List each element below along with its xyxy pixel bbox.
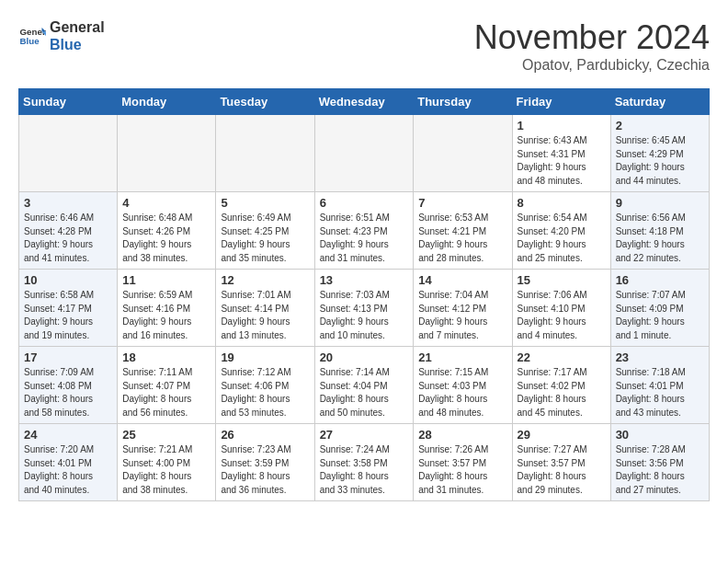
title-section: November 2024 Opatov, Pardubicky, Czechi… [474, 18, 710, 74]
day-number: 7 [418, 196, 506, 210]
calendar-cell: 4Sunrise: 6:48 AM Sunset: 4:26 PM Daylig… [118, 192, 216, 270]
calendar-cell: 15Sunrise: 7:06 AM Sunset: 4:10 PM Dayli… [512, 270, 610, 347]
logo-icon: General Blue [18, 22, 46, 50]
day-number: 24 [24, 428, 112, 442]
calendar-cell: 8Sunrise: 6:54 AM Sunset: 4:20 PM Daylig… [512, 192, 610, 270]
calendar-cell: 29Sunrise: 7:27 AM Sunset: 3:57 PM Dayli… [512, 424, 610, 501]
day-number: 23 [616, 350, 704, 364]
calendar-cell: 11Sunrise: 6:59 AM Sunset: 4:16 PM Dayli… [118, 270, 216, 347]
day-number: 16 [616, 273, 704, 287]
day-number: 13 [320, 273, 409, 287]
calendar-week-1: 3Sunrise: 6:46 AM Sunset: 4:28 PM Daylig… [19, 192, 710, 270]
day-number: 9 [616, 196, 704, 210]
calendar-cell: 25Sunrise: 7:21 AM Sunset: 4:00 PM Dayli… [118, 424, 216, 501]
day-info: Sunrise: 7:23 AM Sunset: 3:59 PM Dayligh… [221, 443, 309, 497]
day-number: 6 [320, 196, 409, 210]
calendar-cell: 28Sunrise: 7:26 AM Sunset: 3:57 PM Dayli… [414, 424, 512, 501]
calendar-cell: 16Sunrise: 7:07 AM Sunset: 4:09 PM Dayli… [610, 270, 709, 347]
calendar-cell: 12Sunrise: 7:01 AM Sunset: 4:14 PM Dayli… [216, 270, 314, 347]
day-info: Sunrise: 7:09 AM Sunset: 4:08 PM Dayligh… [24, 366, 112, 419]
calendar-week-3: 17Sunrise: 7:09 AM Sunset: 4:08 PM Dayli… [19, 347, 710, 424]
day-number: 2 [616, 119, 704, 132]
calendar-cell: 17Sunrise: 7:09 AM Sunset: 4:08 PM Dayli… [19, 347, 118, 424]
calendar-cell: 24Sunrise: 7:20 AM Sunset: 4:01 PM Dayli… [19, 424, 118, 501]
day-info: Sunrise: 7:07 AM Sunset: 4:09 PM Dayligh… [616, 289, 704, 342]
calendar-cell [414, 115, 512, 192]
day-number: 22 [518, 350, 606, 364]
day-number: 11 [122, 273, 210, 287]
header: General Blue General Blue November 2024 … [18, 18, 710, 74]
calendar-cell: 23Sunrise: 7:18 AM Sunset: 4:01 PM Dayli… [610, 347, 709, 424]
day-number: 8 [518, 196, 606, 210]
day-number: 19 [221, 350, 309, 364]
day-info: Sunrise: 6:45 AM Sunset: 4:29 PM Dayligh… [616, 134, 704, 188]
day-info: Sunrise: 7:12 AM Sunset: 4:06 PM Dayligh… [221, 366, 309, 419]
day-number: 3 [24, 196, 112, 210]
day-info: Sunrise: 7:03 AM Sunset: 4:13 PM Dayligh… [320, 289, 409, 342]
header-thursday: Thursday [414, 89, 512, 115]
calendar-cell [118, 115, 216, 192]
day-info: Sunrise: 6:43 AM Sunset: 4:31 PM Dayligh… [518, 134, 606, 188]
day-info: Sunrise: 7:15 AM Sunset: 4:03 PM Dayligh… [418, 366, 506, 419]
day-info: Sunrise: 6:58 AM Sunset: 4:17 PM Dayligh… [24, 289, 112, 342]
calendar-cell: 26Sunrise: 7:23 AM Sunset: 3:59 PM Dayli… [216, 424, 314, 501]
day-info: Sunrise: 7:24 AM Sunset: 3:58 PM Dayligh… [320, 443, 409, 497]
day-number: 1 [518, 119, 606, 132]
month-title: November 2024 [474, 18, 710, 57]
day-number: 17 [24, 350, 112, 364]
calendar-cell: 22Sunrise: 7:17 AM Sunset: 4:02 PM Dayli… [512, 347, 610, 424]
day-info: Sunrise: 7:18 AM Sunset: 4:01 PM Dayligh… [616, 366, 704, 419]
day-info: Sunrise: 6:54 AM Sunset: 4:20 PM Dayligh… [518, 212, 606, 265]
logo: General Blue General Blue [18, 18, 105, 53]
calendar-cell: 19Sunrise: 7:12 AM Sunset: 4:06 PM Dayli… [216, 347, 314, 424]
header-saturday: Saturday [610, 89, 709, 115]
day-number: 5 [221, 196, 309, 210]
day-info: Sunrise: 7:11 AM Sunset: 4:07 PM Dayligh… [122, 366, 210, 419]
calendar-header-row: SundayMondayTuesdayWednesdayThursdayFrid… [19, 89, 710, 115]
calendar-cell: 5Sunrise: 6:49 AM Sunset: 4:25 PM Daylig… [216, 192, 314, 270]
day-number: 30 [616, 428, 704, 442]
calendar-week-4: 24Sunrise: 7:20 AM Sunset: 4:01 PM Dayli… [19, 424, 710, 501]
calendar-cell: 1Sunrise: 6:43 AM Sunset: 4:31 PM Daylig… [512, 115, 610, 192]
calendar-cell [19, 115, 118, 192]
calendar: SundayMondayTuesdayWednesdayThursdayFrid… [18, 88, 710, 501]
day-info: Sunrise: 6:49 AM Sunset: 4:25 PM Dayligh… [221, 212, 309, 265]
calendar-cell: 27Sunrise: 7:24 AM Sunset: 3:58 PM Dayli… [314, 424, 414, 501]
day-info: Sunrise: 6:48 AM Sunset: 4:26 PM Dayligh… [122, 212, 210, 265]
day-info: Sunrise: 7:14 AM Sunset: 4:04 PM Dayligh… [320, 366, 409, 419]
day-number: 15 [518, 273, 606, 287]
day-info: Sunrise: 7:26 AM Sunset: 3:57 PM Dayligh… [418, 443, 506, 497]
day-number: 14 [418, 273, 506, 287]
day-number: 21 [418, 350, 506, 364]
header-friday: Friday [512, 89, 610, 115]
day-number: 20 [320, 350, 409, 364]
calendar-cell: 14Sunrise: 7:04 AM Sunset: 4:12 PM Dayli… [414, 270, 512, 347]
header-tuesday: Tuesday [216, 89, 314, 115]
day-info: Sunrise: 7:04 AM Sunset: 4:12 PM Dayligh… [418, 289, 506, 342]
day-number: 27 [320, 428, 409, 442]
day-info: Sunrise: 6:59 AM Sunset: 4:16 PM Dayligh… [122, 289, 210, 342]
day-info: Sunrise: 7:17 AM Sunset: 4:02 PM Dayligh… [518, 366, 606, 419]
header-monday: Monday [118, 89, 216, 115]
calendar-week-2: 10Sunrise: 6:58 AM Sunset: 4:17 PM Dayli… [19, 270, 710, 347]
location-subtitle: Opatov, Pardubicky, Czechia [474, 57, 710, 74]
day-info: Sunrise: 7:28 AM Sunset: 3:56 PM Dayligh… [616, 443, 704, 497]
day-info: Sunrise: 6:56 AM Sunset: 4:18 PM Dayligh… [616, 212, 704, 265]
calendar-cell: 18Sunrise: 7:11 AM Sunset: 4:07 PM Dayli… [118, 347, 216, 424]
calendar-cell: 9Sunrise: 6:56 AM Sunset: 4:18 PM Daylig… [610, 192, 709, 270]
calendar-cell [314, 115, 414, 192]
day-number: 12 [221, 273, 309, 287]
calendar-cell: 20Sunrise: 7:14 AM Sunset: 4:04 PM Dayli… [314, 347, 414, 424]
header-wednesday: Wednesday [314, 89, 414, 115]
calendar-cell: 2Sunrise: 6:45 AM Sunset: 4:29 PM Daylig… [610, 115, 709, 192]
calendar-cell [216, 115, 314, 192]
day-number: 18 [122, 350, 210, 364]
day-info: Sunrise: 7:01 AM Sunset: 4:14 PM Dayligh… [221, 289, 309, 342]
calendar-cell: 3Sunrise: 6:46 AM Sunset: 4:28 PM Daylig… [19, 192, 118, 270]
day-info: Sunrise: 6:46 AM Sunset: 4:28 PM Dayligh… [24, 212, 112, 265]
day-number: 26 [221, 428, 309, 442]
header-sunday: Sunday [19, 89, 118, 115]
logo-line2: Blue [50, 36, 105, 53]
calendar-cell: 13Sunrise: 7:03 AM Sunset: 4:13 PM Dayli… [314, 270, 414, 347]
calendar-cell: 6Sunrise: 6:51 AM Sunset: 4:23 PM Daylig… [314, 192, 414, 270]
